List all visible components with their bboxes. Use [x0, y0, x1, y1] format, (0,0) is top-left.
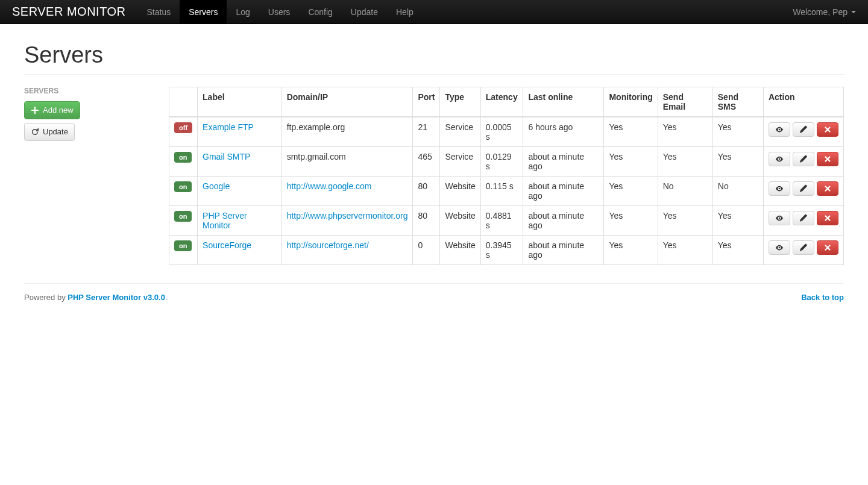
- brand-link[interactable]: SERVER MONITOR: [12, 5, 126, 19]
- nav-item-help: Help: [387, 0, 423, 24]
- cell-send_sms: Yes: [712, 206, 763, 236]
- status-badge: on: [174, 152, 192, 163]
- nav-list: StatusServersLogUsersConfigUpdateHelp: [138, 0, 793, 24]
- cell-type: Service: [440, 117, 480, 147]
- col-header: Last online: [523, 87, 604, 117]
- col-header: Monitoring: [604, 87, 658, 117]
- back-to-top-link[interactable]: Back to top: [801, 293, 844, 302]
- navbar: SERVER MONITOR StatusServersLogUsersConf…: [0, 0, 868, 24]
- cell-monitoring: Yes: [604, 117, 658, 147]
- cell-port: 80: [413, 206, 440, 236]
- cell-latency: 0.0129 s: [480, 147, 523, 177]
- nav-link-users[interactable]: Users: [259, 0, 300, 24]
- nav-link-status[interactable]: Status: [138, 0, 180, 24]
- pencil-icon: [799, 125, 808, 134]
- update-label: Update: [43, 126, 68, 138]
- nav-link-servers[interactable]: Servers: [180, 0, 227, 24]
- add-new-button[interactable]: Add new: [24, 101, 80, 119]
- caret-down-icon: [851, 11, 856, 13]
- cell-type: Service: [440, 147, 480, 177]
- delete-button[interactable]: [817, 152, 838, 166]
- nav-item-log: Log: [227, 0, 259, 24]
- edit-button[interactable]: [793, 152, 814, 166]
- domain-link[interactable]: http://www.google.com: [287, 181, 372, 191]
- table-row: onSourceForgehttp://sourceforge.net/0Web…: [169, 236, 844, 265]
- nav-item-users: Users: [259, 0, 300, 24]
- plus-icon: [31, 106, 39, 114]
- footer-left: Powered by PHP Server Monitor v3.0.0.: [24, 293, 168, 302]
- status-badge: on: [174, 211, 192, 222]
- pencil-icon: [799, 243, 808, 252]
- remove-icon: [823, 184, 832, 193]
- server-label-link[interactable]: Gmail SMTP: [203, 152, 250, 161]
- user-greeting: Welcome, Pep: [793, 7, 848, 17]
- pencil-icon: [799, 155, 808, 163]
- cell-action: [763, 177, 843, 206]
- cell-port: 21: [413, 117, 440, 147]
- cell-monitoring: Yes: [604, 206, 658, 236]
- remove-icon: [823, 243, 832, 252]
- eye-icon: [775, 184, 784, 193]
- delete-button[interactable]: [817, 181, 838, 196]
- cell-last_online: about a minute ago: [523, 147, 604, 177]
- cell-latency: 0.4881 s: [480, 206, 523, 236]
- cell-action: [763, 147, 843, 177]
- view-button[interactable]: [769, 122, 790, 137]
- cell-type: Website: [440, 236, 480, 265]
- add-new-label: Add new: [43, 104, 74, 116]
- cell-monitoring: Yes: [604, 236, 658, 265]
- edit-button[interactable]: [793, 122, 814, 137]
- view-button[interactable]: [769, 152, 790, 166]
- servers-table: LabelDomain/IPPortTypeLatencyLast online…: [169, 87, 844, 265]
- cell-send_email: Yes: [658, 147, 712, 177]
- nav-item-update: Update: [342, 0, 387, 24]
- domain-link[interactable]: http://www.phpservermonitor.org: [287, 211, 408, 221]
- server-label-link[interactable]: SourceForge: [203, 240, 251, 250]
- nav-link-config[interactable]: Config: [299, 0, 341, 24]
- server-label-link[interactable]: Example FTP: [203, 122, 254, 132]
- view-button[interactable]: [769, 181, 790, 196]
- sidebar: SERVERS Add new Update: [24, 87, 157, 265]
- cell-send_sms: No: [712, 177, 763, 206]
- cell-latency: 0.115 s: [480, 177, 523, 206]
- nav-item-config: Config: [299, 0, 341, 24]
- nav-link-update[interactable]: Update: [342, 0, 387, 24]
- cell-action: [763, 117, 843, 147]
- user-menu[interactable]: Welcome, Pep: [793, 7, 856, 17]
- edit-button[interactable]: [793, 181, 814, 196]
- cell-last_online: about a minute ago: [523, 177, 604, 206]
- cell-send_email: Yes: [658, 236, 712, 265]
- domain-link[interactable]: http://sourceforge.net/: [287, 240, 369, 250]
- cell-action: [763, 236, 843, 265]
- delete-button[interactable]: [817, 240, 838, 255]
- col-header: Label: [198, 87, 282, 117]
- remove-icon: [823, 214, 832, 222]
- sidebar-heading: SERVERS: [24, 87, 157, 95]
- cell-send_email: No: [658, 177, 712, 206]
- server-label-link[interactable]: PHP Server Monitor: [203, 211, 247, 230]
- cell-monitoring: Yes: [604, 177, 658, 206]
- user-greeting-link[interactable]: Welcome, Pep: [793, 7, 856, 17]
- cell-send_sms: Yes: [712, 236, 763, 265]
- table-header-row: LabelDomain/IPPortTypeLatencyLast online…: [169, 87, 844, 117]
- nav-item-servers: Servers: [180, 0, 227, 24]
- delete-button[interactable]: [817, 122, 838, 137]
- refresh-icon: [31, 128, 39, 136]
- product-link[interactable]: PHP Server Monitor v3.0.0: [68, 293, 165, 302]
- nav-link-help[interactable]: Help: [387, 0, 423, 24]
- update-button[interactable]: Update: [24, 123, 75, 141]
- edit-button[interactable]: [793, 240, 814, 255]
- edit-button[interactable]: [793, 211, 814, 225]
- delete-button[interactable]: [817, 211, 838, 225]
- view-button[interactable]: [769, 211, 790, 225]
- table-body: offExample FTPftp.example.org21Service0.…: [169, 117, 844, 265]
- col-header: [169, 87, 198, 117]
- cell-last_online: about a minute ago: [523, 206, 604, 236]
- view-button[interactable]: [769, 240, 790, 255]
- server-label-link[interactable]: Google: [203, 181, 230, 191]
- status-badge: on: [174, 181, 192, 192]
- nav-link-log[interactable]: Log: [227, 0, 259, 24]
- page-title: Servers: [24, 42, 844, 68]
- col-header: Type: [440, 87, 480, 117]
- table-row: offExample FTPftp.example.org21Service0.…: [169, 117, 844, 147]
